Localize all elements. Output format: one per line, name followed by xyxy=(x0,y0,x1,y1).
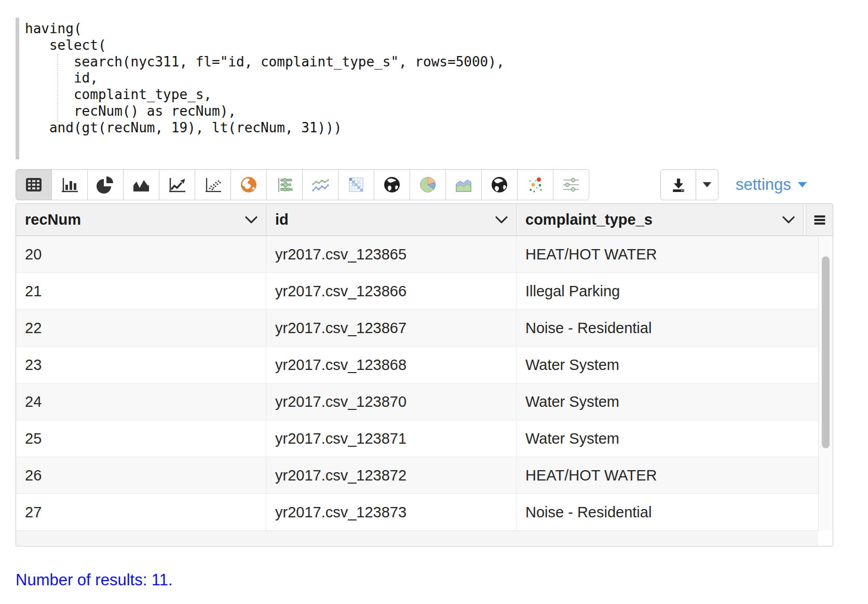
chart-type-button-pie-color[interactable] xyxy=(410,169,446,200)
scatter-chart-icon xyxy=(202,174,223,195)
cell-recNum[interactable]: 21 xyxy=(16,273,266,309)
results-count: Number of results: 11. xyxy=(16,571,173,589)
pie-color-icon xyxy=(417,174,438,195)
chart-type-button-globe-dark[interactable] xyxy=(374,169,410,200)
download-split-button xyxy=(660,169,718,200)
chart-type-button-pie-chart[interactable] xyxy=(87,169,124,200)
area-chart-icon xyxy=(131,174,152,195)
cell-id[interactable]: yr2017.csv_123872 xyxy=(266,457,517,493)
multi-line-chart-icon xyxy=(310,174,331,195)
scatter-color-icon xyxy=(525,174,546,195)
column-header-id[interactable]: id xyxy=(266,204,517,236)
cell-complaint_type_s[interactable]: HEAT/HOT WATER xyxy=(517,236,818,272)
sliders-icon xyxy=(561,174,581,195)
column-header-label: recNum xyxy=(25,211,81,228)
table-row: 26yr2017.csv_123872HEAT/HOT WATER xyxy=(16,457,818,494)
cell-complaint_type_s[interactable]: Noise - Residential xyxy=(517,310,818,346)
cell-recNum[interactable]: 27 xyxy=(16,494,266,530)
chart-type-button-area-color[interactable] xyxy=(445,169,482,200)
code-editor[interactable]: having( select( search(nyc311, fl="id, c… xyxy=(16,18,639,159)
cell-id[interactable]: yr2017.csv_123865 xyxy=(266,236,517,272)
pie-chart-icon xyxy=(95,174,116,195)
chart-type-button-sliders[interactable] xyxy=(553,169,589,200)
cell-id[interactable]: yr2017.csv_123870 xyxy=(266,383,517,420)
notebook-paragraph: having( select( search(nyc311, fl="id, c… xyxy=(0,0,868,604)
chart-type-button-scatter-color[interactable] xyxy=(517,169,553,200)
cell-recNum[interactable]: 23 xyxy=(16,347,266,383)
table-icon xyxy=(23,174,44,195)
cell-recNum[interactable]: 22 xyxy=(16,310,266,346)
download-options-button[interactable] xyxy=(696,170,718,200)
cell-recNum[interactable]: 20 xyxy=(16,236,266,272)
cell-recNum[interactable]: 24 xyxy=(16,383,266,420)
caret-down-icon xyxy=(702,181,712,188)
table-row: 21yr2017.csv_123866Illegal Parking xyxy=(16,273,818,310)
cell-complaint_type_s[interactable]: Water System xyxy=(517,347,818,383)
hamburger-icon xyxy=(811,212,828,228)
table-row: 25yr2017.csv_123871Water System xyxy=(16,420,818,457)
bubble-grid-icon xyxy=(274,174,295,195)
chart-type-button-globe-orange[interactable] xyxy=(230,169,267,200)
chevron-down-icon[interactable] xyxy=(243,214,260,226)
chart-type-button-line-chart[interactable] xyxy=(159,169,195,200)
download-button[interactable] xyxy=(661,170,696,200)
chevron-down-icon[interactable] xyxy=(493,214,510,226)
chevron-down-icon[interactable] xyxy=(780,214,797,226)
table-menu-button[interactable] xyxy=(806,204,833,236)
cell-id[interactable]: yr2017.csv_123866 xyxy=(266,273,517,309)
vertical-scrollbar-thumb[interactable] xyxy=(822,256,830,448)
cell-complaint_type_s[interactable]: Water System xyxy=(517,420,818,457)
cell-recNum[interactable]: 25 xyxy=(16,420,266,457)
settings-link[interactable]: settings xyxy=(736,169,808,200)
table-row: 22yr2017.csv_123867Noise - Residential xyxy=(16,310,818,347)
chart-type-button-scatter-chart[interactable] xyxy=(195,169,231,200)
cell-id[interactable]: yr2017.csv_123867 xyxy=(266,310,517,346)
table-row: 27yr2017.csv_123873Noise - Residential xyxy=(16,494,818,531)
table-header-row: recNumidcomplaint_type_s xyxy=(16,204,833,236)
chart-type-button-table[interactable] xyxy=(16,169,52,200)
column-header-recNum[interactable]: recNum xyxy=(16,204,266,236)
cell-recNum[interactable]: 26 xyxy=(16,457,266,493)
cell-id[interactable]: yr2017.csv_123873 xyxy=(266,494,517,530)
bar-chart-icon xyxy=(59,174,80,195)
chart-type-button-area-chart[interactable] xyxy=(123,169,159,200)
cell-complaint_type_s[interactable]: Water System xyxy=(517,383,818,420)
chart-type-button-heatmap[interactable] xyxy=(338,169,374,200)
area-color-icon xyxy=(453,174,474,195)
cell-id[interactable]: yr2017.csv_123871 xyxy=(266,420,517,457)
cell-complaint_type_s[interactable]: HEAT/HOT WATER xyxy=(517,457,818,493)
column-header-complaint_type_s[interactable]: complaint_type_s xyxy=(517,204,804,236)
table-row: 24yr2017.csv_123870Water System xyxy=(16,383,818,420)
column-header-label: id xyxy=(275,211,289,228)
clipped-next-row xyxy=(16,531,818,545)
heatmap-icon xyxy=(346,174,367,195)
table-row: 20yr2017.csv_123865HEAT/HOT WATER xyxy=(16,236,818,273)
code-text[interactable]: having( select( search(nyc311, fl="id, c… xyxy=(25,21,639,136)
line-chart-icon xyxy=(167,174,187,195)
results-table: recNumidcomplaint_type_s 20yr2017.csv_12… xyxy=(16,203,833,546)
visualization-toolbar: settings xyxy=(16,169,852,200)
cell-complaint_type_s[interactable]: Illegal Parking xyxy=(517,273,818,309)
column-header-label: complaint_type_s xyxy=(525,211,653,228)
table-row: 23yr2017.csv_123868Water System xyxy=(16,347,818,383)
chart-type-button-bar-chart[interactable] xyxy=(51,169,88,200)
caret-down-icon xyxy=(797,181,808,188)
chart-type-button-globe-dark2[interactable] xyxy=(481,169,518,200)
vertical-scrollbar[interactable] xyxy=(818,236,833,531)
download-icon xyxy=(669,175,688,194)
globe-orange-icon xyxy=(238,174,259,195)
cell-id[interactable]: yr2017.csv_123868 xyxy=(266,347,517,383)
table-body: 20yr2017.csv_123865HEAT/HOT WATER21yr201… xyxy=(16,236,833,531)
cell-complaint_type_s[interactable]: Noise - Residential xyxy=(517,494,818,530)
settings-label: settings xyxy=(736,175,791,194)
chart-type-button-bubble-grid[interactable] xyxy=(266,169,303,200)
globe-dark-icon xyxy=(382,174,402,195)
indent-guide xyxy=(57,54,58,122)
globe-dark2-icon xyxy=(489,174,510,195)
chart-type-button-group xyxy=(16,169,589,200)
chart-type-button-multi-line-chart[interactable] xyxy=(302,169,338,200)
